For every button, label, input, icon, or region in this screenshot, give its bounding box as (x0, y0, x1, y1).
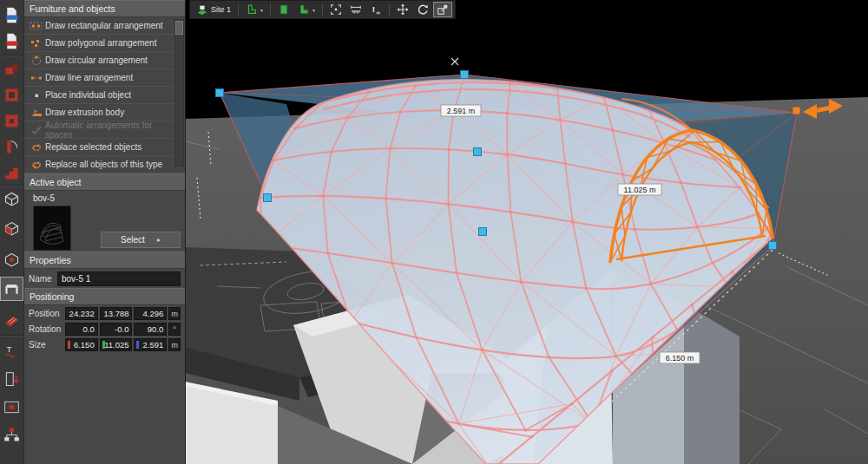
single-object-icon (28, 90, 45, 101)
menu-item-rectangular[interactable]: Draw rectangular arrangement (24, 17, 185, 35)
properties-header: Properties (24, 252, 185, 269)
cube-outline-icon[interactable] (1, 187, 23, 210)
vault-wireframe-thumbnail[interactable] (33, 206, 71, 251)
green-square-icon (278, 3, 290, 16)
rect-arrangement-icon (28, 21, 45, 31)
interact-icon: ! (370, 3, 382, 16)
svg-text:6.150 m: 6.150 m (666, 354, 694, 363)
size-y-field[interactable]: 11.025 (100, 338, 133, 351)
chevron-down-icon: ▾ (312, 7, 315, 13)
carpet-icon[interactable] (1, 309, 23, 331)
wall-frame-icon[interactable] (1, 109, 23, 132)
circle-arrangement-icon (28, 56, 45, 66)
menu-item-replace-selected[interactable]: Replace selected objects (24, 139, 185, 156)
zoom-fit-button[interactable] (326, 2, 345, 17)
axis-x-chip (68, 341, 70, 349)
extrusion-icon (28, 108, 45, 118)
menu-item-extrusion[interactable]: Draw extrusion body (24, 104, 185, 121)
ifc-file-icon[interactable] (1, 29, 23, 52)
dim-label-depth: 6.150 m (660, 352, 700, 363)
replace-selected-icon (28, 142, 45, 153)
scale-tool-button[interactable] (433, 2, 452, 17)
position-z-field[interactable]: 4.296 (134, 307, 167, 320)
menu-item-automatic[interactable]: Automatic arrangements for spaces (24, 121, 185, 139)
size-z-field[interactable]: 2.591 (134, 338, 167, 351)
level-green-icon (298, 3, 310, 16)
viewport-toolbar: Site 1 ▾ ▾ ! (189, 0, 456, 19)
position-y-field[interactable]: 13.788 (100, 307, 133, 320)
handle-right-bottom[interactable] (769, 242, 777, 250)
level-outline-icon (246, 3, 258, 16)
name-row: Name (24, 269, 185, 288)
menu-item-replace-all[interactable]: Replace all objects of this type (24, 156, 185, 173)
size-row: Size 6.150 11.025 2.591 m (24, 337, 185, 352)
door-arrow-icon[interactable] (1, 368, 23, 390)
svg-text:11.025 m: 11.025 m (624, 186, 656, 194)
rotation-y-field[interactable]: -0.0 (100, 323, 133, 336)
rotation-row: Rotation 0.0 -0.0 90.0 ° (24, 322, 185, 337)
application-window: 2.591 m 11.025 m 6.150 m T (0, 0, 868, 464)
box-red-face-icon[interactable] (1, 217, 23, 239)
text-wave-icon[interactable]: T (1, 340, 23, 363)
level-select-button[interactable]: ▾ (242, 2, 266, 17)
menu-item-line[interactable]: Draw line arrangement (24, 69, 185, 87)
menu-item-polygonal[interactable]: Draw polygonal arrangement (24, 35, 185, 52)
chevron-down-icon: ▾ (260, 7, 263, 13)
site-button[interactable]: Site 1 (193, 2, 234, 17)
rotate-icon (417, 3, 429, 16)
active-object-panel: bov-5 Select ▸ (24, 191, 185, 252)
positioning-header: Positioning (24, 288, 185, 305)
active-object-name: bov-5 (33, 193, 55, 203)
handle-top-right-orange[interactable] (793, 108, 800, 114)
furniture-menu: Draw rectangular arrangement Draw polygo… (24, 17, 185, 173)
handle-mid-lower[interactable] (479, 228, 487, 236)
zoom-fit-icon (330, 3, 342, 16)
measure-button[interactable] (346, 2, 365, 17)
svg-text:T: T (6, 343, 11, 353)
size-x-field[interactable]: 6.150 (65, 338, 98, 351)
select-object-button[interactable]: Select ▸ (101, 232, 181, 248)
rotate-tool-button[interactable] (413, 2, 432, 17)
window-icon[interactable] (1, 83, 23, 106)
side-panel: Furniture and objects Draw rectangular a… (24, 0, 186, 464)
hierarchy-icon[interactable] (1, 423, 23, 446)
svg-text:!: ! (372, 4, 375, 14)
site-icon (196, 3, 208, 16)
rotation-z-field[interactable]: 90.0 (134, 323, 167, 336)
position-x-field[interactable]: 24.232 (65, 307, 98, 320)
cube-core-icon[interactable] (1, 248, 23, 271)
handle-left-bottom[interactable] (264, 194, 272, 202)
chevron-right-icon: ▸ (157, 236, 161, 244)
active-layer-button[interactable] (274, 2, 293, 17)
rotation-unit: ° (168, 323, 181, 336)
table-tool-icon[interactable] (1, 278, 23, 300)
active-object-header: Active object (24, 173, 185, 191)
furniture-icon[interactable] (1, 57, 23, 80)
handle-top-left[interactable] (216, 89, 224, 97)
dim-label-height: 2.591 m (441, 105, 481, 116)
axis-z-chip (136, 341, 139, 349)
interactions-button[interactable]: ! (366, 2, 385, 17)
viewport-3d[interactable]: 2.591 m 11.025 m 6.150 m (185, 0, 868, 464)
layer-tool-button[interactable]: ▾ (294, 2, 319, 17)
menu-item-circular[interactable]: Draw circular arrangement (24, 52, 185, 69)
dwg-file-icon[interactable] (1, 3, 23, 26)
handle-mid-upper[interactable] (474, 148, 482, 156)
menu-scrollbar[interactable] (174, 19, 184, 167)
stairs-icon[interactable] (1, 161, 23, 184)
menu-item-individual[interactable]: Place individual object (24, 87, 185, 104)
move-tool-button[interactable] (393, 2, 412, 17)
star-frame-icon[interactable] (1, 395, 23, 418)
name-input[interactable] (57, 271, 181, 286)
door-icon[interactable] (1, 135, 23, 158)
auto-arrangement-icon (28, 125, 45, 135)
axis-y-chip (102, 341, 105, 349)
rotation-x-field[interactable]: 0.0 (65, 323, 98, 336)
measure-icon (350, 3, 362, 16)
handle-top-back[interactable] (461, 71, 469, 79)
scale-icon (437, 3, 449, 16)
polygon-arrangement-icon (28, 38, 45, 49)
line-arrangement-icon (28, 73, 45, 83)
menu-scroll-thumb[interactable] (175, 21, 183, 35)
dim-label-span: 11.025 m (618, 184, 661, 195)
